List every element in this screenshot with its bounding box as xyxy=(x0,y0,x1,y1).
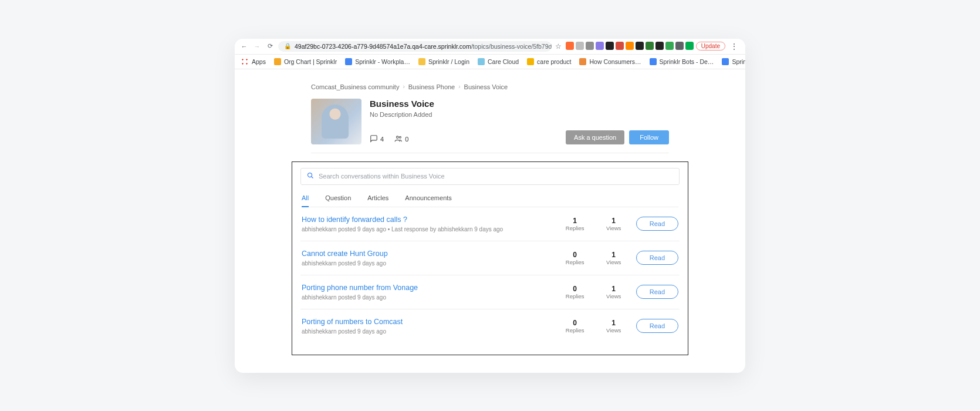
favicon xyxy=(418,58,425,65)
browser-toolbar: ← → ⟳ 🔒 49af29bc-0723-4206-a779-9d48574a… xyxy=(235,39,745,55)
extension-icon[interactable] xyxy=(636,42,644,50)
chevron-right-icon: › xyxy=(403,83,404,90)
tab-all[interactable]: All xyxy=(302,194,309,207)
thread-title[interactable]: Porting phone number from Vonage xyxy=(302,284,553,292)
bookmark-item[interactable]: Care Cloud xyxy=(478,58,519,65)
content-panel: AllQuestionArticlesAnnouncements How to … xyxy=(292,161,688,355)
bookmark-item[interactable]: Sprinklr / Login xyxy=(418,58,469,65)
breadcrumb-item[interactable]: Business Voice xyxy=(464,83,508,90)
bookmark-label: care product xyxy=(537,58,571,65)
menu-button[interactable]: ⋮ xyxy=(728,42,741,51)
extension-icon[interactable] xyxy=(655,42,664,50)
bookmark-label: Care Cloud xyxy=(488,58,519,65)
bookmark-item[interactable]: care product xyxy=(527,58,571,65)
extension-icon[interactable] xyxy=(566,42,574,50)
thread-row: How to identify forwarded calls ?abhishe… xyxy=(300,207,680,241)
star-icon[interactable]: ☆ xyxy=(555,42,562,50)
search-box[interactable] xyxy=(300,168,680,185)
thread-meta: abhishekkarn posted 9 days ago xyxy=(302,294,553,301)
bookmark-item[interactable]: How Consumers… xyxy=(579,58,641,65)
favicon xyxy=(527,58,534,65)
extension-icon[interactable] xyxy=(675,42,684,50)
replies-stat: 1Replies xyxy=(559,217,592,231)
tab-announcements[interactable]: Announcements xyxy=(405,194,452,207)
extension-icon[interactable] xyxy=(586,42,594,50)
ask-question-button[interactable]: Ask a question xyxy=(566,130,624,144)
bookmark-label: Sprinklr Bots - Ho… xyxy=(732,58,745,65)
people-icon xyxy=(394,134,403,144)
favicon xyxy=(345,58,352,65)
address-bar[interactable]: 🔒 49af29bc-0723-4206-a779-9d48574a1e7a.q… xyxy=(278,41,552,52)
tab-question[interactable]: Question xyxy=(325,194,351,207)
favicon xyxy=(650,58,657,65)
svg-point-1 xyxy=(400,136,401,138)
breadcrumb-item[interactable]: Comcast_Business community xyxy=(311,83,399,90)
bookmark-item[interactable]: Org Chart | Sprinklr xyxy=(274,58,337,65)
breadcrumb-item[interactable]: Business Phone xyxy=(408,83,455,90)
favicon xyxy=(579,58,586,65)
bookmark-label: Apps xyxy=(252,58,266,65)
favicon xyxy=(478,58,485,65)
thread-title[interactable]: How to identify forwarded calls ? xyxy=(302,215,553,224)
tab-articles[interactable]: Articles xyxy=(367,194,388,207)
toolbar-right: ☆ Update ⋮ xyxy=(555,42,741,51)
thread-title[interactable]: Porting of numbers to Comcast xyxy=(302,318,553,326)
reload-button[interactable]: ⟳ xyxy=(265,42,275,50)
bookmark-item[interactable]: Apps xyxy=(241,58,266,66)
thread-row: Cannot create Hunt Groupabhishekkarn pos… xyxy=(300,241,680,275)
back-button[interactable]: ← xyxy=(239,43,249,50)
breadcrumb: Comcast_Business community › Business Ph… xyxy=(311,83,669,90)
bookmark-label: How Consumers… xyxy=(589,58,641,65)
bookmark-label: Org Chart | Sprinklr xyxy=(284,58,337,65)
thread-meta: abhishekkarn posted 9 days ago • Last re… xyxy=(302,226,553,233)
url-path: /topics/business-voice/5fb79d3453b3692fc… xyxy=(471,43,552,50)
read-button[interactable]: Read xyxy=(636,217,678,231)
url-host: 49af29bc-0723-4206-a779-9d48574a1e7a.qa4… xyxy=(295,43,471,50)
extension-icon[interactable] xyxy=(596,42,604,50)
extension-icon[interactable] xyxy=(576,42,584,50)
read-button[interactable]: Read xyxy=(636,319,678,333)
thread-meta: abhishekkarn posted 9 days ago xyxy=(302,260,553,267)
page-title: Business Voice xyxy=(370,99,557,109)
bookmark-label: Sprinklr Bots - De… xyxy=(660,58,714,65)
bookmarks-bar: AppsOrg Chart | SprinklrSprinklr - Workp… xyxy=(235,55,745,69)
bookmark-label: Sprinklr - Workpla… xyxy=(355,58,410,65)
member-count: 0 xyxy=(394,134,408,144)
favicon xyxy=(722,58,729,65)
thread-title[interactable]: Cannot create Hunt Group xyxy=(302,250,553,258)
bookmark-item[interactable]: Sprinklr - Workpla… xyxy=(345,58,410,65)
replies-stat: 0Replies xyxy=(559,319,592,333)
search-icon xyxy=(307,172,314,181)
follow-button[interactable]: Follow xyxy=(629,130,669,144)
extension-icon[interactable] xyxy=(685,42,694,50)
page-description: No Description Added xyxy=(370,111,557,118)
bookmark-item[interactable]: Sprinklr Bots - Ho… xyxy=(722,58,745,65)
extension-icon[interactable] xyxy=(646,42,654,50)
forward-button[interactable]: → xyxy=(252,43,262,50)
read-button[interactable]: Read xyxy=(636,285,678,299)
bookmark-item[interactable]: Sprinklr Bots - De… xyxy=(650,58,714,65)
thread-list: How to identify forwarded calls ?abhishe… xyxy=(300,207,680,343)
extension-icon[interactable] xyxy=(626,42,634,50)
extension-icon[interactable] xyxy=(616,42,624,50)
svg-line-3 xyxy=(312,176,313,178)
read-button[interactable]: Read xyxy=(636,251,678,265)
extension-icon[interactable] xyxy=(665,42,674,50)
thread-row: Porting of numbers to Comcastabhishekkar… xyxy=(300,309,680,343)
comment-count: 4 xyxy=(370,134,384,144)
thread-meta: abhishekkarn posted 9 days ago xyxy=(302,328,553,335)
extension-icon[interactable] xyxy=(606,42,614,50)
thread-row: Porting phone number from Vonageabhishek… xyxy=(300,275,680,309)
views-stat: 1Views xyxy=(597,285,630,299)
replies-stat: 0Replies xyxy=(559,251,592,265)
browser-window: ← → ⟳ 🔒 49af29bc-0723-4206-a779-9d48574a… xyxy=(235,39,745,373)
tab-bar: AllQuestionArticlesAnnouncements xyxy=(302,194,678,207)
topic-thumbnail xyxy=(311,99,361,144)
favicon xyxy=(274,58,281,65)
apps-grid-icon xyxy=(241,58,249,66)
update-button[interactable]: Update xyxy=(696,42,725,50)
svg-point-0 xyxy=(397,136,399,138)
views-stat: 1Views xyxy=(597,217,630,231)
page-content: Comcast_Business community › Business Ph… xyxy=(235,69,745,373)
search-input[interactable] xyxy=(319,173,673,180)
